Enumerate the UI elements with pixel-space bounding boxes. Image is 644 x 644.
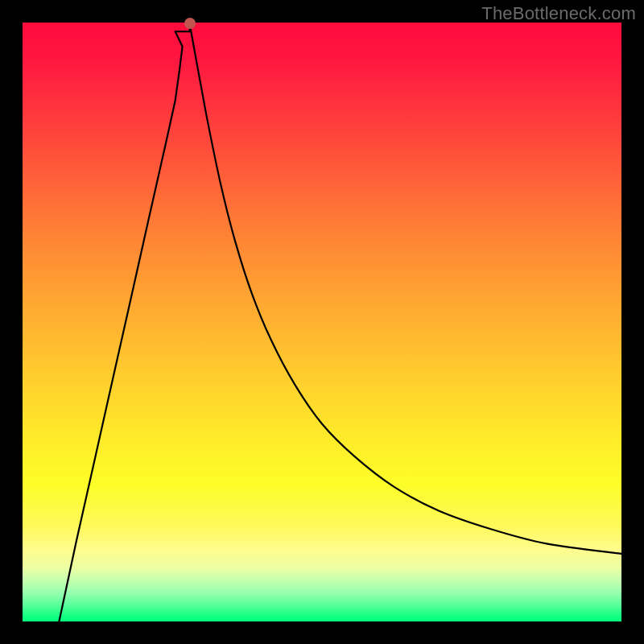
curve-svg xyxy=(23,23,621,621)
chart-frame xyxy=(23,23,621,621)
bottleneck-curve xyxy=(59,24,621,622)
watermark-text: TheBottleneck.com xyxy=(481,3,636,24)
minimum-dot xyxy=(184,18,196,29)
